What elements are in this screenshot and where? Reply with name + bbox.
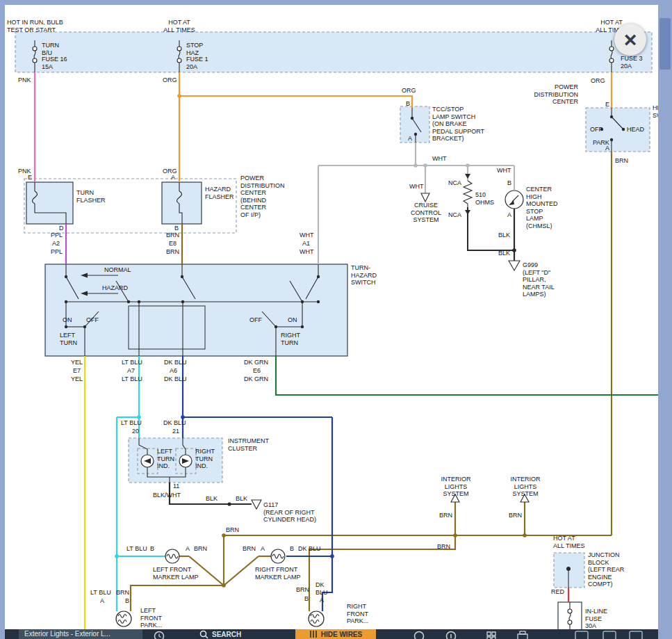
interior-lights-arrow-2 xyxy=(521,494,529,502)
search-button[interactable]: SEARCH xyxy=(194,629,247,639)
info-icon[interactable] xyxy=(445,631,457,639)
wires-icon xyxy=(309,630,318,638)
scrollbar-thumb[interactable] xyxy=(659,18,671,70)
bottom-toolbar: Exterior Lights - Exterior L... SEARCH H… xyxy=(5,629,658,639)
print-icon[interactable] xyxy=(516,631,529,639)
window-edge-top xyxy=(0,0,672,5)
nca-arrow-top xyxy=(465,174,470,179)
grid-icon[interactable] xyxy=(486,631,497,639)
diagram-tab-label: Exterior Lights - Exterior L... xyxy=(24,630,110,638)
close-button[interactable]: × xyxy=(614,24,646,56)
hide-wires-label: HIDE WIRES xyxy=(321,631,362,638)
left-front-park-lamp xyxy=(116,611,131,626)
app-window: HOT IN RUN, BULB TEST OR STARTHOT AT ALL… xyxy=(0,0,672,639)
right-front-marker-lamp xyxy=(271,549,285,563)
right-front-park-lamp xyxy=(309,611,324,626)
tcc-stop-lamp-switch-box xyxy=(400,106,429,143)
cruise-connector-arrow xyxy=(421,193,429,202)
g999-ground-icon xyxy=(509,261,520,270)
nca-arrow-bottom xyxy=(465,210,470,215)
search-label: SEARCH xyxy=(212,631,241,638)
search-icon xyxy=(199,630,208,639)
headlight-switch-box xyxy=(586,108,650,152)
diagram-tab[interactable]: Exterior Lights - Exterior L... xyxy=(19,629,142,639)
zoom-icon[interactable] xyxy=(413,631,425,639)
fuse-panel xyxy=(15,32,652,72)
wiring-diagram-canvas xyxy=(0,0,672,639)
g117-ground-icon xyxy=(252,500,261,509)
left-front-marker-lamp xyxy=(165,549,179,563)
monitor-icon-1[interactable] xyxy=(575,631,589,639)
hide-wires-button[interactable]: HIDE WIRES xyxy=(295,629,376,639)
interior-lights-arrow-1 xyxy=(451,494,459,502)
power-distribution-center-box xyxy=(24,179,236,233)
history-icon[interactable] xyxy=(154,631,165,639)
chmsl-lamp xyxy=(505,191,523,209)
monitor-icon-2[interactable] xyxy=(603,631,616,639)
monitor-icon-3[interactable] xyxy=(629,631,643,639)
vertical-scrollbar[interactable] xyxy=(658,0,672,639)
window-edge-left xyxy=(0,0,5,639)
